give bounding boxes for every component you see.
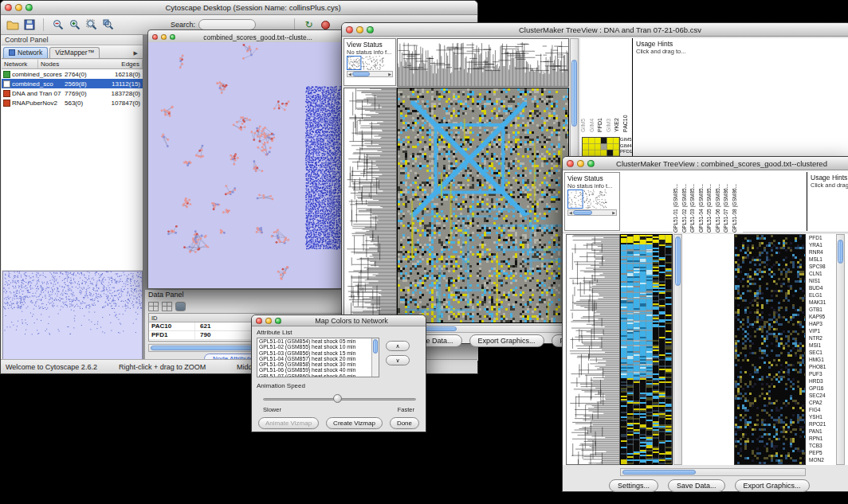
- column-label[interactable]: GPL51-01 (GSM85...: [673, 172, 681, 232]
- gene-label[interactable]: SPC98: [809, 263, 835, 270]
- gene-label[interactable]: MSI1: [809, 342, 835, 349]
- minimize-button[interactable]: [15, 4, 22, 11]
- column-label[interactable]: GPL51-02 (GSM85...: [681, 172, 690, 232]
- close-button[interactable]: [346, 26, 353, 33]
- minimize-button[interactable]: [577, 160, 584, 167]
- zoom-window-button[interactable]: [275, 318, 281, 324]
- row-dendrogram-canvas[interactable]: [567, 235, 619, 464]
- column-label[interactable]: YKE2: [614, 38, 622, 132]
- network-canvas[interactable]: [148, 42, 344, 288]
- gene-label[interactable]: ELG1: [809, 291, 835, 299]
- dialog-button[interactable]: Animate Vizmap: [258, 417, 319, 429]
- vertical-scrollbar[interactable]: [673, 234, 682, 465]
- column-label[interactable]: GPL51-06 (GSM85...: [715, 172, 724, 232]
- gene-label[interactable]: NIS1: [809, 277, 835, 284]
- column-label[interactable]: GIM5: [580, 38, 589, 132]
- gene-label[interactable]: RNR4: [809, 248, 835, 256]
- animation-speed-slider[interactable]: [263, 393, 416, 404]
- attribute-list-item[interactable]: GPL51-02 (GSM855) heat shock 10 min: [257, 344, 379, 350]
- gene-label[interactable]: PUF3: [809, 370, 835, 377]
- zoom-window-button[interactable]: [587, 160, 595, 167]
- treeview-dna-titlebar[interactable]: ClusterMaker TreeView : DNA and Tran 07-…: [342, 23, 848, 37]
- gene-label[interactable]: HRD3: [809, 377, 835, 385]
- gene-label[interactable]: GTB1: [809, 306, 835, 313]
- gene-label[interactable]: YSH1: [809, 413, 835, 420]
- column-label[interactable]: GPL51-04 (GSM85...: [698, 172, 707, 232]
- gene-label[interactable]: GPI16: [809, 385, 835, 392]
- gene-label[interactable]: TCB3: [809, 442, 835, 449]
- column-label[interactable]: PAC10: [622, 38, 631, 132]
- zoom-window-button[interactable]: [170, 34, 175, 40]
- column-label[interactable]: GPL51-07 (GSM86...: [723, 172, 732, 232]
- scrollbar-thumb[interactable]: [352, 72, 370, 76]
- minimize-button[interactable]: [265, 318, 272, 324]
- gene-label[interactable]: RPO21: [809, 420, 835, 428]
- column-header[interactable]: Network: [2, 60, 38, 68]
- gene-label[interactable]: CPA2: [809, 399, 835, 406]
- zoom-in-icon[interactable]: [68, 18, 81, 32]
- column-label[interactable]: GIM3: [606, 38, 614, 132]
- attribute-list-item[interactable]: GPL51-01 (GSM854) heat shock 05 min: [257, 338, 379, 344]
- close-button[interactable]: [152, 34, 158, 40]
- gene-label[interactable]: PFD1: [809, 234, 835, 241]
- gene-label[interactable]: MSL1: [809, 256, 835, 263]
- network-row[interactable]: combined_scores 2764(0) 16218(0): [2, 69, 143, 79]
- gene-label[interactable]: FIG4: [809, 406, 835, 413]
- gene-label[interactable]: KAP95: [809, 313, 835, 320]
- attribute-table-icon[interactable]: [148, 302, 159, 311]
- dialog-titlebar[interactable]: Map Colors to Network: [252, 315, 426, 326]
- gene-label[interactable]: HMG1: [809, 356, 835, 363]
- save-icon[interactable]: [22, 18, 36, 32]
- network-row[interactable]: DNA and Tran 07 7769(0) 183728(0): [2, 88, 143, 98]
- scroll-left-icon[interactable]: ◀: [568, 210, 573, 215]
- column-header[interactable]: Nodes: [38, 60, 119, 68]
- treeview-button[interactable]: Save Data...: [668, 479, 725, 492]
- attribute-list-item[interactable]: GPL51-05 (GSM858) heat shock 30 min: [257, 361, 379, 367]
- global-heatmap-canvas[interactable]: [398, 88, 568, 322]
- close-button[interactable]: [256, 318, 262, 324]
- scroll-right-icon[interactable]: ▶: [387, 72, 392, 76]
- list-scrollbar[interactable]: [371, 338, 379, 377]
- minimize-button[interactable]: [356, 26, 363, 33]
- dialog-button[interactable]: Done: [390, 417, 419, 429]
- dialog-button[interactable]: Create Vizmap: [326, 417, 383, 429]
- gene-label[interactable]: NTR2: [809, 334, 835, 342]
- minimize-button[interactable]: [161, 34, 167, 40]
- zoom-fit-icon[interactable]: [84, 18, 98, 32]
- network-row[interactable]: combined_sco 2569(8) 13112(15): [2, 79, 143, 88]
- cytoscape-titlebar[interactable]: Cytoscape Desktop (Session Name: collins…: [1, 1, 477, 15]
- tab-vizmapper[interactable]: VizMapper™: [49, 47, 100, 58]
- navigator-thumbnail[interactable]: [567, 189, 617, 209]
- zoom-heatmap-canvas[interactable]: [735, 235, 805, 464]
- gene-label[interactable]: PHO81: [809, 363, 835, 370]
- gene-label[interactable]: YRA1: [809, 241, 835, 248]
- column-label[interactable]: GIM4: [589, 38, 598, 132]
- scrollbar-thumb[interactable]: [622, 470, 696, 475]
- scrollbar-thumb[interactable]: [571, 60, 577, 127]
- tab-network[interactable]: Network: [3, 47, 48, 58]
- close-button[interactable]: [5, 4, 12, 11]
- column-label[interactable]: GPL51-05 (GSM85...: [706, 172, 715, 232]
- navigator-scrollbar[interactable]: ◀ ▶: [567, 209, 617, 216]
- navigator-thumbnail[interactable]: [347, 56, 393, 70]
- global-heatmap-canvas[interactable]: [621, 235, 672, 464]
- scrollbar-thumb[interactable]: [373, 339, 378, 354]
- column-label[interactable]: GPL51-03 (GSM85...: [689, 172, 698, 232]
- search-input[interactable]: [198, 19, 256, 30]
- zoom-window-button[interactable]: [26, 4, 33, 11]
- move-down-button[interactable]: ∨: [386, 355, 410, 365]
- gene-label[interactable]: PEP5: [809, 449, 835, 456]
- zoom-window-button[interactable]: [367, 26, 374, 33]
- attribute-list-item[interactable]: GPL51-03 (GSM856) heat shock 15 min: [257, 350, 379, 356]
- treeview-button[interactable]: Export Graphics...: [469, 334, 544, 347]
- gene-label[interactable]: PAN1: [809, 428, 835, 435]
- row-dendrogram-canvas[interactable]: [344, 88, 396, 322]
- navigator-scrollbar[interactable]: ◀ ▶: [347, 71, 393, 77]
- tab-overflow-button[interactable]: ▶: [131, 50, 141, 58]
- column-header[interactable]: Edges: [119, 60, 143, 68]
- zoom-out-icon[interactable]: [51, 18, 65, 32]
- birdseye-view[interactable]: [2, 271, 143, 360]
- slider-thumb[interactable]: [333, 394, 342, 403]
- scrollbar-thumb[interactable]: [675, 236, 681, 286]
- close-button[interactable]: [567, 160, 574, 167]
